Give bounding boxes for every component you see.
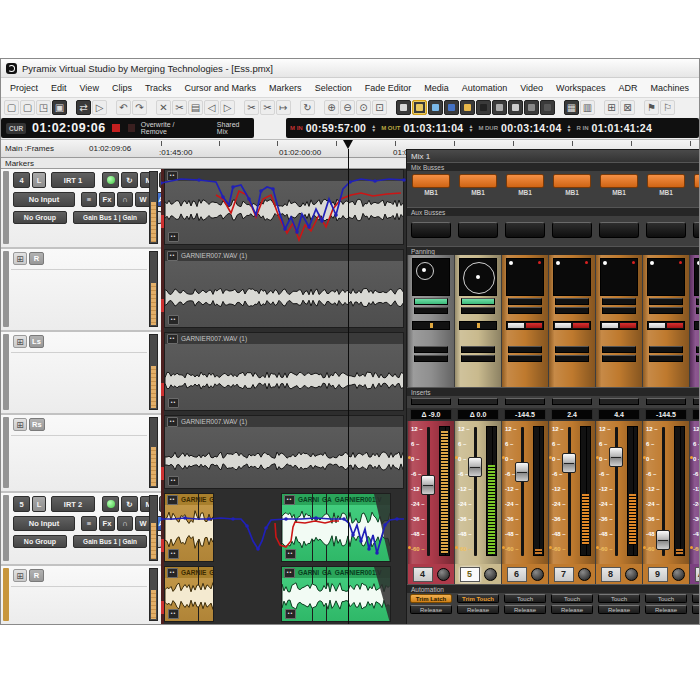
track-header-ch-r-5[interactable]: ⊞R — [1, 566, 161, 625]
record-arm-button[interactable] — [102, 496, 119, 512]
playhead-marker-icon[interactable] — [343, 140, 353, 149]
group-select-button[interactable]: No Group — [13, 535, 67, 548]
fader-knob[interactable] — [468, 457, 482, 477]
title-bar[interactable]: Pyramix Virtual Studio by Merging Techno… — [1, 59, 699, 78]
view-document-icon[interactable] — [492, 100, 507, 115]
automation-curve[interactable] — [161, 493, 406, 564]
mix-bus-button[interactable] — [459, 174, 497, 188]
automation-mode-button[interactable]: Trim Touch — [457, 594, 499, 603]
automation-release-button[interactable]: Release — [692, 605, 700, 614]
track-header-ch-rs-3[interactable]: ⊞Rs — [1, 415, 161, 493]
pan-bar-a[interactable] — [461, 298, 495, 305]
new-project-icon[interactable]: ▢ — [4, 100, 19, 115]
strip-knob-button[interactable] — [672, 568, 685, 581]
automation-release-button[interactable]: Release — [504, 605, 546, 614]
arrange-area[interactable]: ••••••GARNIER007.WAV (1)••••GARNIER007.W… — [161, 169, 406, 625]
pan-bar-a[interactable] — [508, 298, 542, 305]
strip-number[interactable]: 8 — [601, 567, 621, 582]
view-markers-icon[interactable] — [476, 100, 491, 115]
insert-slot[interactable] — [599, 398, 639, 405]
input-select-button[interactable]: No Input — [13, 192, 75, 207]
gain-value-display[interactable]: -144.5 — [645, 409, 687, 420]
monitoring-button[interactable]: ∩ — [117, 192, 133, 207]
gain-bus-button[interactable]: Gain Bus 1 | Gain — [73, 535, 147, 548]
pan-bar-c[interactable] — [555, 346, 589, 353]
spinner-icon[interactable]: ▲▼ — [567, 124, 572, 132]
pan-slider[interactable] — [506, 321, 544, 330]
menu-cursor-and-marks[interactable]: Cursor and Marks — [185, 83, 257, 93]
insert-slot[interactable] — [552, 398, 592, 405]
expand-track-button[interactable]: ⊞ — [13, 569, 27, 582]
clip-group-icon[interactable]: •• — [167, 251, 178, 261]
aux-bus-button[interactable] — [599, 222, 639, 238]
pan-bar-d[interactable] — [649, 355, 683, 362]
track-header-ch-ls-2[interactable]: ⊞Ls — [1, 332, 161, 415]
ungroup-icon[interactable]: ⊠ — [620, 100, 635, 115]
track-lane-1[interactable]: ••GARNIER007.WAV (1)•• — [161, 249, 406, 330]
menu-automation[interactable]: Automation — [462, 83, 508, 93]
fader-knob[interactable] — [515, 462, 529, 482]
paste-right-icon[interactable]: ▷ — [220, 100, 235, 115]
clip-group-icon[interactable]: •• — [168, 315, 179, 325]
mix-bus-button[interactable] — [694, 174, 700, 188]
menu-clips[interactable]: Clips — [112, 83, 132, 93]
marker-add-icon[interactable]: ⚑ — [644, 100, 659, 115]
zoom-selection-icon[interactable]: ⊙ — [356, 100, 371, 115]
track-lane-4[interactable]: ••GARNIEGARN••••GARNIGAGARNIER001.V•• — [161, 493, 406, 564]
playhead-line[interactable] — [348, 149, 349, 625]
copy-icon[interactable]: ▤ — [188, 100, 203, 115]
gain-value-display[interactable]: -144.5 — [504, 409, 546, 420]
insert-slot[interactable] — [646, 398, 686, 405]
edit-mode-label[interactable]: Overwrite / Remove — [141, 121, 197, 135]
group-icon[interactable]: ⊞ — [604, 100, 619, 115]
delete-icon[interactable]: ✕ — [156, 100, 171, 115]
redo-icon[interactable]: ↷ — [132, 100, 147, 115]
view-editor-icon[interactable] — [412, 100, 427, 115]
pan-bar-a[interactable] — [555, 298, 589, 305]
monitor-button[interactable]: ↻ — [121, 172, 138, 188]
automation-mode-button[interactable]: Touch — [598, 594, 640, 603]
spinner-icon[interactable]: ▲▼ — [371, 124, 376, 132]
pan-field[interactable] — [647, 258, 685, 296]
clip-group-icon[interactable]: •• — [285, 609, 296, 619]
audio-clip[interactable]: ••GARNIGAGARNIER001.V•• — [281, 566, 391, 622]
track-name-button[interactable]: IRT 2 — [51, 496, 95, 512]
marker-delete-icon[interactable]: ⚐ — [660, 100, 675, 115]
view-machine-icon[interactable] — [540, 100, 555, 115]
pan-bar-c[interactable] — [696, 346, 700, 353]
effects-button[interactable]: Fx — [99, 516, 115, 531]
automation-mode-button[interactable]: Touch — [645, 594, 687, 603]
zoom-fit-icon[interactable]: ⊡ — [372, 100, 387, 115]
mix-bus-button[interactable] — [647, 174, 685, 188]
insert-slot[interactable] — [693, 398, 700, 405]
menu-adr[interactable]: ADR — [618, 83, 637, 93]
clip-group-icon[interactable]: •• — [284, 568, 295, 578]
spinner-icon[interactable]: ▲▼ — [468, 124, 473, 132]
expand-track-button[interactable]: ⊞ — [13, 252, 27, 265]
pan-bar-a[interactable] — [414, 298, 448, 305]
view-overview-icon[interactable] — [396, 100, 411, 115]
record-arm-button[interactable] — [102, 172, 119, 188]
menu-project[interactable]: Project — [10, 83, 38, 93]
pan-slider[interactable] — [459, 321, 497, 330]
track-header-irt-2[interactable]: 5LIRT 2↻MSNo Input≡Fx∩WANo GroupGain Bus… — [1, 493, 161, 566]
paste-left-icon[interactable]: ◁ — [204, 100, 219, 115]
menu-edit[interactable]: Edit — [51, 83, 67, 93]
fader-knob[interactable] — [562, 453, 576, 473]
pan-slider[interactable] — [694, 321, 700, 330]
insert-slot[interactable] — [458, 398, 498, 405]
automation-release-button[interactable]: Release — [457, 605, 499, 614]
mix-bus-button[interactable] — [412, 174, 450, 188]
strip-number[interactable]: 4 — [413, 567, 433, 582]
aux-bus-button[interactable] — [458, 222, 498, 238]
menu-view[interactable]: View — [80, 83, 99, 93]
audio-clip[interactable]: ••GARNIER007.WAV (1)•• — [164, 415, 404, 489]
audio-clip[interactable]: ••GARNIER007.WAV (1)•• — [164, 249, 404, 328]
gain-value-display[interactable]: 4.4 — [598, 409, 640, 420]
automation-release-button[interactable]: Release — [598, 605, 640, 614]
monitoring-button[interactable]: ∩ — [117, 516, 133, 531]
view-tracks-icon[interactable] — [508, 100, 523, 115]
gain-value-display[interactable]: -144.5 — [692, 409, 700, 420]
pan-bar-c[interactable] — [649, 346, 683, 353]
audio-clip[interactable]: ••GARNIEGARN•• — [164, 566, 214, 622]
